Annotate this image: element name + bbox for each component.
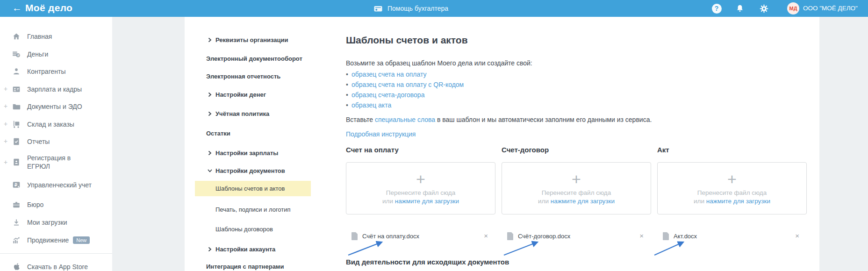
expand-plus-icon[interactable]: + — [4, 85, 7, 93]
contract-dropzone[interactable]: + Перенесите файл сюда или нажмите для з… — [502, 162, 651, 214]
sidebar-item-prodvizhenie[interactable]: Продвижение New — [0, 235, 112, 245]
chevron-right-icon — [208, 37, 215, 43]
back-arrow-icon[interactable]: ← — [12, 2, 22, 14]
menu-item-rekvizity[interactable]: Реквизиты организации — [208, 35, 288, 44]
chevron-right-icon — [208, 92, 215, 97]
menu-item-ostatki[interactable]: Остатки — [206, 128, 230, 138]
sidebar-item-zarplata[interactable]: + Зарплата и кадры — [0, 84, 112, 94]
content-card: Реквизиты организации Электронный докуме… — [185, 17, 819, 271]
arrow-to-contract-file — [504, 242, 538, 255]
account-name[interactable]: ООО "МОЁ ДЕЛО" — [803, 5, 858, 12]
sidebar-item-byuro[interactable]: Бюро — [0, 200, 112, 210]
sidebar-item-glavnaya[interactable]: Главная — [0, 31, 112, 42]
management-icon: ₽ — [12, 181, 21, 189]
expand-plus-icon[interactable]: + — [4, 158, 7, 166]
template-column-act: Акт + Перенесите файл сюда или нажмите д… — [657, 146, 807, 240]
sidebar-item-otchety[interactable]: + Отчеты — [0, 136, 112, 147]
delete-file-icon[interactable]: × — [639, 232, 644, 240]
sidebar-item-label: Склад и заказы — [27, 121, 74, 128]
notifications-button[interactable] — [735, 3, 745, 14]
arrow-to-invoice-file — [348, 242, 382, 255]
menu-item-nastroyki-deneg[interactable]: Настройки денег — [208, 90, 266, 99]
menu-item-pechat-podpisi[interactable]: Печать, подписи и логотип — [215, 205, 291, 214]
list-item: •образец счета на оплату — [346, 69, 464, 79]
sidebar-item-label: Продвижение — [27, 236, 69, 244]
sample-invoice-link[interactable]: образец счета на оплату — [352, 69, 427, 79]
sidebar-item-dengi[interactable]: ₽ Деньги — [0, 49, 112, 59]
avatar[interactable]: МД — [787, 2, 799, 14]
menu-item-shablony-schetov[interactable]: Шаблоны счетов и актов — [215, 184, 285, 193]
column-title: Счет-договор — [502, 146, 651, 154]
documents-icon — [12, 102, 21, 111]
home-icon — [12, 32, 21, 41]
menu-item-nastroyki-dokumentov[interactable]: Настройки документов — [208, 166, 285, 175]
menu-item-uchetnaya-politika[interactable]: Учётная политика — [208, 109, 269, 118]
uploaded-file-row: Акт.docx × — [657, 232, 807, 240]
apple-icon — [12, 263, 21, 271]
sidebar-item-dokumenty[interactable]: + Документы и ЭДО — [0, 101, 112, 112]
sample-invoice-qr-link[interactable]: образец счета на оплату с QR-кодом — [352, 79, 464, 90]
column-title: Акт — [657, 146, 807, 154]
delete-file-icon[interactable]: × — [484, 232, 488, 240]
sidebar-item-kontragenty[interactable]: Контрагенты — [0, 66, 112, 77]
menu-item-nastroyki-akkaunta[interactable]: Настройки аккаунта — [208, 244, 275, 254]
template-column-contract: Счет-договор + Перенесите файл сюда или … — [502, 146, 651, 240]
svg-text:₽: ₽ — [14, 183, 17, 187]
reports-icon — [12, 137, 21, 146]
expand-plus-icon[interactable]: + — [4, 120, 7, 128]
settings-button[interactable] — [759, 3, 769, 14]
upload-link[interactable]: нажмите для загрузки — [706, 198, 770, 205]
sidebar-item-upravlencheskiy[interactable]: ₽ Управленческий учет — [0, 180, 112, 190]
sidebar-item-label: Регистрация в ЕГРЮЛ — [27, 154, 88, 171]
special-words-link[interactable]: специальные слова — [375, 116, 435, 123]
file-icon — [663, 232, 669, 240]
menu-item-shablony-dogovorov[interactable]: Шаблоны договоров — [215, 224, 273, 234]
invoice-dropzone[interactable]: + Перенесите файл сюда или нажмите для з… — [346, 162, 495, 214]
uploaded-file-row: Счёт на оплату.docx × — [346, 232, 495, 240]
file-icon — [352, 232, 358, 240]
sidebar-item-zagruzki[interactable]: Мои загрузки — [0, 217, 112, 228]
menu-item-integraciya[interactable]: Интеграция с партнерами — [206, 262, 284, 271]
sample-links-list: •образец счета на оплату •образец счета … — [346, 69, 464, 110]
sample-act-link[interactable]: образец акта — [352, 100, 391, 110]
uploaded-file-name[interactable]: Счёт на оплату.docx — [362, 233, 419, 240]
dropzone-hint: Перенесите файл сюда — [697, 189, 767, 196]
list-item: •образец счета на оплату с QR-кодом — [346, 79, 464, 90]
arrow-to-act-file — [654, 242, 683, 255]
uploaded-file-row: Счёт-договор.docx × — [502, 232, 651, 240]
menu-item-nastroyki-zarplaty[interactable]: Настройки зарплаты — [208, 148, 278, 157]
app-header: ← Моё дело Помощь бухгалтера ? — [0, 0, 868, 17]
new-badge: New — [73, 236, 90, 244]
upload-link[interactable]: нажмите для загрузки — [551, 198, 615, 205]
sidebar-item-registraciya[interactable]: + Регистрация в ЕГРЮЛ — [0, 153, 112, 171]
dropzone-hint: Перенесите файл сюда — [386, 189, 456, 196]
sidebar-item-label: Отчеты — [27, 138, 50, 145]
sample-invoice-contract-link[interactable]: образец счета-договора — [352, 90, 425, 100]
menu-item-edo[interactable]: Электронный документооборот — [206, 54, 302, 63]
dropzone-hint2: или нажмите для загрузки — [538, 198, 615, 205]
warehouse-icon — [12, 120, 21, 128]
upload-link[interactable]: нажмите для загрузки — [395, 198, 459, 205]
sidebar-item-sklad[interactable]: + Склад и заказы — [0, 119, 112, 129]
help-button[interactable]: ? — [711, 3, 722, 14]
sidebar-item-label: Контрагенты — [27, 68, 65, 75]
uploaded-file-name[interactable]: Счёт-договор.docx — [518, 233, 570, 240]
chevron-down-icon — [208, 168, 215, 173]
dropzone-hint2: или нажмите для загрузки — [382, 198, 459, 205]
act-dropzone[interactable]: + Перенесите файл сюда или нажмите для з… — [657, 162, 807, 214]
sidebar-item-label: Скачать в App Store — [27, 263, 88, 271]
instruction-link[interactable]: Подробная инструкция — [346, 130, 416, 138]
sidebar-item-appstore[interactable]: Скачать в App Store — [0, 262, 112, 271]
accountant-help-button[interactable]: Помощь бухгалтера — [374, 0, 448, 17]
app-logo[interactable]: Моё дело — [25, 2, 72, 14]
uploaded-file-name[interactable]: Акт.docx — [674, 233, 697, 240]
expand-plus-icon[interactable]: + — [4, 137, 7, 145]
delete-file-icon[interactable]: × — [795, 232, 799, 240]
chevron-right-icon — [208, 150, 215, 156]
sidebar-item-label: Главная — [27, 33, 52, 40]
menu-item-otchetnost[interactable]: Электронная отчетность — [206, 71, 280, 81]
insert-words-text: Вставьте специальные слова в ваш шаблон … — [346, 116, 652, 123]
intro-text: Возьмите за образец шаблон Моего дела ил… — [346, 59, 532, 67]
expand-plus-icon[interactable]: + — [4, 102, 7, 110]
sidebar-divider — [0, 253, 112, 254]
